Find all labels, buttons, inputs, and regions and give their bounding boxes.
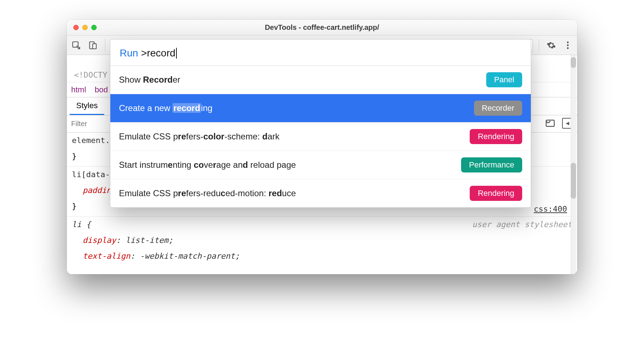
ua-stylesheet-label: user agent stylesheet bbox=[472, 217, 572, 232]
command-badge: Rendering bbox=[470, 129, 522, 144]
scrollbar-thumb[interactable] bbox=[571, 163, 576, 199]
command-item-create-recording[interactable]: Create a new recording Recorder bbox=[110, 94, 531, 123]
breadcrumb-item[interactable]: bod bbox=[95, 85, 108, 95]
settings-button[interactable] bbox=[545, 41, 558, 50]
window-title: DevTools - coffee-cart.netlify.app/ bbox=[67, 23, 577, 32]
svg-point-4 bbox=[567, 44, 569, 46]
device-toolbar-icon[interactable] bbox=[86, 39, 99, 52]
toggle-class-icon[interactable] bbox=[545, 118, 556, 130]
css-source-link[interactable]: css:400 bbox=[534, 204, 567, 214]
command-query: >record bbox=[141, 47, 177, 59]
command-badge: Performance bbox=[461, 157, 522, 172]
command-item-emulate-reduced-motion[interactable]: Emulate CSS prefers-reduced-motion: redu… bbox=[110, 179, 531, 207]
command-badge: Recorder bbox=[474, 101, 522, 116]
command-results: Show Recorder Panel Create a new recordi… bbox=[110, 66, 531, 207]
command-input-row[interactable]: Run >record bbox=[110, 40, 531, 66]
command-item-emulate-dark[interactable]: Emulate CSS prefers-color-scheme: dark R… bbox=[110, 123, 531, 151]
separator bbox=[105, 39, 105, 51]
more-options-button[interactable] bbox=[561, 41, 574, 50]
inspect-element-icon[interactable] bbox=[70, 39, 83, 52]
separator bbox=[539, 39, 539, 51]
text-caret bbox=[176, 48, 177, 59]
gear-icon bbox=[547, 41, 556, 50]
breadcrumb-item[interactable]: html bbox=[71, 85, 86, 95]
tab-styles[interactable]: Styles bbox=[70, 97, 104, 115]
command-prefix: Run bbox=[120, 47, 138, 59]
svg-point-3 bbox=[567, 41, 569, 43]
scrollbar-thumb[interactable] bbox=[571, 57, 576, 68]
svg-rect-2 bbox=[93, 43, 96, 49]
kebab-icon bbox=[567, 41, 569, 50]
command-item-coverage[interactable]: Start instrumenting coverage and reload … bbox=[110, 151, 531, 179]
css-rule[interactable]: li { user agent stylesheet display: list… bbox=[67, 217, 577, 266]
command-badge: Rendering bbox=[470, 186, 522, 201]
devtools-window: DevTools - coffee-cart.netlify.app/ Elem… bbox=[67, 20, 577, 274]
titlebar: DevTools - coffee-cart.netlify.app/ bbox=[67, 20, 577, 36]
command-badge: Panel bbox=[486, 72, 522, 87]
command-item-show-recorder[interactable]: Show Recorder Panel bbox=[110, 66, 531, 94]
svg-point-5 bbox=[567, 47, 569, 49]
command-menu: Run >record Show Recorder Panel Create a… bbox=[110, 39, 531, 208]
